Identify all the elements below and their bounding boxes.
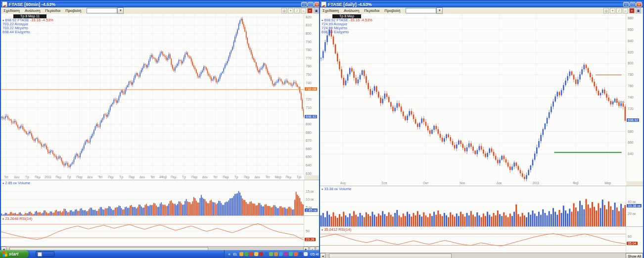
line-tool-icon[interactable]: / <box>294 8 300 13</box>
menu-view[interactable]: Προβολή <box>382 8 403 13</box>
stop-icon[interactable]: ▪ <box>307 8 313 13</box>
scrollbar-thumb[interactable] <box>329 254 452 258</box>
crosshair-icon[interactable]: + <box>288 8 293 13</box>
tray-icon[interactable] <box>254 252 258 256</box>
right-main-plot[interactable] <box>320 14 626 181</box>
menu-drawing[interactable]: Σχεδίαση <box>1 8 22 13</box>
save-icon[interactable]: ▣ <box>314 8 319 13</box>
start-button[interactable]: start <box>0 250 29 258</box>
taskbar-button[interactable] <box>36 251 54 257</box>
rsi-pane-60min[interactable]: 5023.26 ♦ 23.2648 RSI(14) <box>1 215 321 246</box>
windows-flag-icon <box>2 252 7 257</box>
time-axis-label: Παρ <box>223 175 229 179</box>
tray-icon[interactable] <box>279 252 283 256</box>
low-label: 698.44 Ελάχιστο <box>322 30 372 34</box>
tray-icon[interactable] <box>299 252 303 256</box>
axis-tick-label: 20 εκ <box>628 212 636 215</box>
maximize-icon[interactable]: □ <box>308 2 314 7</box>
scroll-left-icon[interactable]: ◀ <box>320 253 325 258</box>
close-icon[interactable]: × <box>636 2 642 7</box>
minus-tool-icon[interactable]: – <box>301 8 306 13</box>
time-axis-label: Πεμ <box>35 175 40 179</box>
zoom-icon[interactable]: ◎ <box>603 8 609 13</box>
axis-tick-label: 680 <box>306 131 312 134</box>
menu-analysis[interactable]: Ανάλυση <box>22 8 43 13</box>
left-rsi-plot[interactable] <box>1 216 304 246</box>
tray-icon[interactable] <box>289 252 293 256</box>
price-pane-60min[interactable]: 8208108007907807707607507407207106906806… <box>1 14 321 175</box>
chevron-down-icon[interactable]: ▼ <box>117 7 124 14</box>
menu-drawing[interactable]: Σχεδίαση <box>320 8 341 13</box>
show-all-button[interactable]: Show All <box>626 253 643 258</box>
minimize-icon[interactable]: – <box>301 2 307 7</box>
save-icon[interactable]: ▣ <box>636 8 641 13</box>
axis-tick-label: 650 <box>306 155 312 158</box>
symbol-search-input[interactable] <box>87 8 117 13</box>
price-badge: 698.92 <box>305 115 317 118</box>
price-badge: 2.85 εκ <box>305 208 318 212</box>
line-tool-icon[interactable]: / <box>616 8 622 13</box>
axis-tick-label: 690 <box>306 122 312 126</box>
chart-icon <box>321 1 326 7</box>
minus-tool-icon[interactable]: – <box>623 8 628 13</box>
time-axis-label: Τετ <box>4 175 8 179</box>
axis-tick-label: 680 <box>628 130 634 133</box>
left-main-plot[interactable] <box>1 14 304 175</box>
volume-label: 2.85 εκ Volume <box>5 181 30 185</box>
taskbar-clock[interactable]: 05:40 <box>309 252 320 257</box>
tray-icon[interactable] <box>264 252 268 256</box>
rsi-pane-daily[interactable]: 6035.04 ♦ 35.0412 RSI(14) <box>320 226 643 253</box>
volume-axis-daily: 40 εκ20 εκ33.38 εκ <box>626 186 643 226</box>
menu-view[interactable]: Προβολή <box>63 8 84 13</box>
titlebar-daily[interactable]: FTASE [daily] -4.53% – □ × <box>320 1 643 7</box>
tray-icon[interactable] <box>244 252 248 256</box>
titlebar-60min[interactable]: FTASE [60min] -4.53% – □ × <box>1 1 321 7</box>
price-badge: 33.38 εκ <box>627 204 642 207</box>
low-label: 698.44 Ελάχιστο <box>2 30 53 34</box>
axis-tick-label: 760 <box>306 64 312 68</box>
time-axis-label: Τετ <box>98 175 102 179</box>
language-indicator[interactable]: EL <box>232 253 238 256</box>
right-volume-plot[interactable] <box>320 186 626 226</box>
desktop: FTASE [60min] -4.53% – □ × Σχεδίαση Ανάλ… <box>0 0 644 258</box>
volume-pane-daily[interactable]: 40 εκ20 εκ33.38 εκ ♦ 33.38 εκ Volume <box>320 186 643 226</box>
rsi-label: 35.0412 RSI(14) <box>324 227 351 232</box>
change-label: -33.16 -4.53% <box>30 18 53 22</box>
tray-icon[interactable] <box>249 252 253 256</box>
left-volume-plot[interactable] <box>1 180 304 215</box>
stop-icon[interactable]: ▪ <box>629 8 635 13</box>
right-rsi-plot[interactable] <box>320 227 626 253</box>
zoom-icon[interactable]: ◎ <box>281 8 287 13</box>
chevron-down-icon[interactable]: ▼ <box>436 7 443 14</box>
time-axis-label: Μαρ <box>275 175 281 179</box>
price-pane-daily[interactable]: 880860840820800780760740720680660640698.… <box>320 14 643 181</box>
time-axis-label: Δευ <box>87 175 92 179</box>
tray-icon[interactable] <box>239 252 243 256</box>
tray-icon[interactable] <box>304 252 308 256</box>
tray-icon[interactable] <box>259 252 263 256</box>
axis-tick-label: 780 <box>628 73 634 76</box>
menu-periods[interactable]: Περίοδοι <box>362 8 382 13</box>
maximize-icon[interactable]: □ <box>630 2 636 7</box>
tray-icon[interactable] <box>284 252 288 256</box>
symbol-search-input[interactable] <box>406 8 436 13</box>
menu-periods[interactable]: Περίοδοι <box>43 8 63 13</box>
volume-axis-60min: 15 εκ10 εκ5 εκ2.85 εκ <box>304 180 321 215</box>
time-axis-label: Πεμ <box>286 175 291 179</box>
crosshair-icon[interactable]: + <box>610 8 615 13</box>
tray-chevron-icon[interactable]: « <box>228 253 231 256</box>
minimize-icon[interactable]: – <box>623 2 629 7</box>
axis-tick-label: 820 <box>628 51 634 54</box>
tray-icon[interactable] <box>294 252 298 256</box>
volume-pane-60min[interactable]: 15 εκ10 εκ5 εκ2.85 εκ ♦ 2.85 εκ Volume <box>1 180 321 215</box>
axis-tick-label: 820 <box>306 15 312 19</box>
axis-tick-label: 840 <box>628 39 634 43</box>
h-scrollbar-daily[interactable]: ◀ Show All <box>320 253 643 258</box>
rsi-label: 23.2648 RSI(14) <box>5 216 32 221</box>
tray-icon[interactable] <box>274 252 278 256</box>
chart-toolbar: ◎+/–▪▣ <box>281 8 321 13</box>
tray-icon[interactable] <box>269 252 273 256</box>
menu-analysis[interactable]: Ανάλυση <box>341 8 362 13</box>
axis-tick-label: 710 <box>306 106 312 109</box>
time-axis-label: Πεμ <box>244 175 249 179</box>
